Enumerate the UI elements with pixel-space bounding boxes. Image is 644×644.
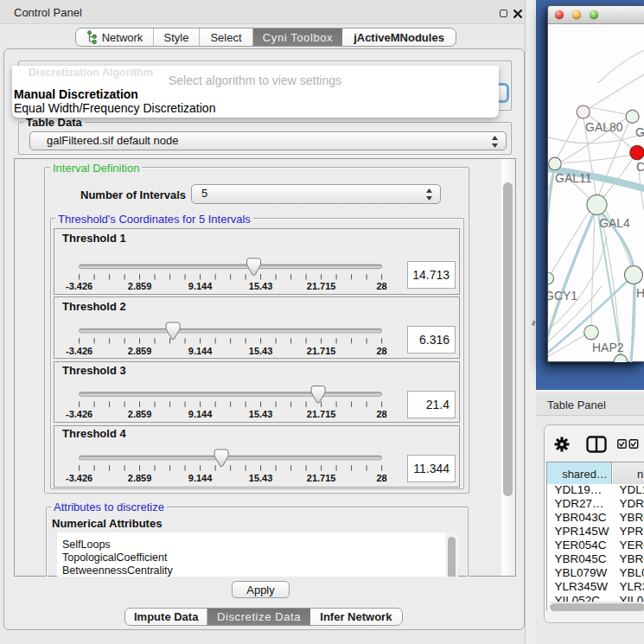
svg-text:HAP2: HAP2: [592, 341, 624, 354]
svg-text:21.715: 21.715: [307, 473, 336, 483]
svg-text:15.43: 15.43: [249, 346, 273, 356]
svg-text:9.144: 9.144: [188, 473, 213, 483]
svg-text:GAL80: GAL80: [585, 120, 623, 134]
svg-text:9.144: 9.144: [188, 409, 213, 419]
svg-text:-3.426: -3.426: [66, 409, 92, 419]
svg-text:-3.426: -3.426: [66, 473, 92, 483]
svg-text:GAL3: GAL3: [635, 125, 644, 139]
svg-text:CDC: CDC: [636, 160, 644, 174]
svg-text:21.715: 21.715: [307, 281, 336, 291]
svg-text:9.144: 9.144: [188, 346, 213, 356]
svg-text:-3.426: -3.426: [66, 346, 92, 356]
svg-text:GAL4: GAL4: [599, 216, 630, 230]
svg-text:15.43: 15.43: [249, 409, 273, 419]
svg-text:-3.426: -3.426: [66, 281, 92, 291]
svg-text:HIS: HIS: [636, 286, 644, 300]
svg-text:21.715: 21.715: [307, 346, 336, 356]
svg-text:15.43: 15.43: [249, 473, 273, 483]
svg-text:2.859: 2.859: [128, 281, 152, 291]
svg-text:GCY1: GCY1: [548, 289, 577, 303]
svg-text:28: 28: [376, 346, 386, 356]
svg-text:2.859: 2.859: [128, 346, 152, 356]
svg-text:28: 28: [376, 409, 386, 419]
svg-text:15.43: 15.43: [249, 281, 273, 291]
svg-text:28: 28: [376, 473, 386, 483]
svg-text:9.144: 9.144: [188, 281, 213, 291]
svg-text:28: 28: [376, 281, 386, 291]
svg-text:2.859: 2.859: [128, 409, 152, 419]
svg-text:21.715: 21.715: [307, 409, 336, 419]
svg-text:2.859: 2.859: [128, 473, 152, 483]
svg-text:GAL11: GAL11: [555, 171, 592, 185]
